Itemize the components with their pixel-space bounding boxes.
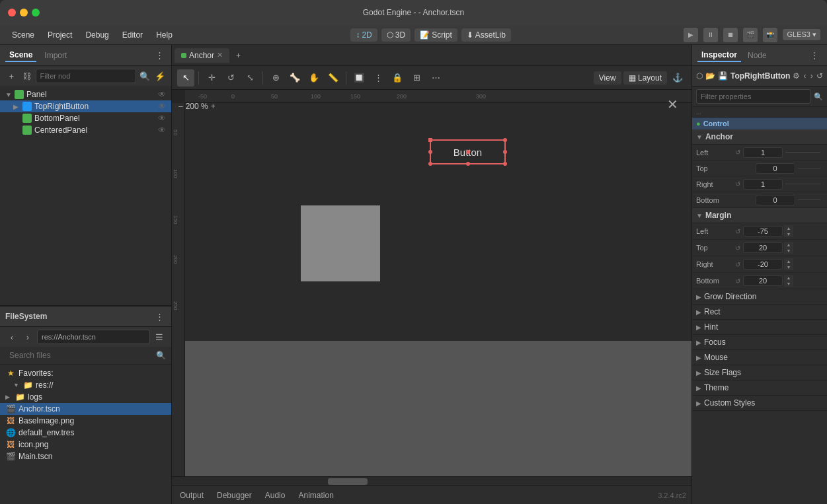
fs-icon-file[interactable]: 🖼 icon.png bbox=[0, 439, 171, 450]
scene-button-element[interactable]: Button bbox=[430, 139, 506, 164]
canvas-hscroll-thumb[interactable] bbox=[328, 478, 368, 485]
snap-button[interactable]: 🔲 bbox=[350, 69, 368, 87]
canvas-close-button[interactable]: ✕ bbox=[667, 96, 678, 112]
canvas-area[interactable]: -50 0 50 100 150 200 300 50 100 150 200 … bbox=[172, 90, 691, 476]
insp-open-button[interactable]: 📂 bbox=[705, 69, 715, 83]
menu-debug[interactable]: Debug bbox=[80, 28, 114, 42]
tab-import[interactable]: Import bbox=[40, 50, 71, 61]
anchor-left-value[interactable]: 1 bbox=[743, 147, 783, 158]
tree-item-topright[interactable]: ▶ TopRightButton 👁 bbox=[0, 100, 171, 112]
fs-defaultenv[interactable]: 🌐 default_env.tres bbox=[0, 427, 171, 439]
view-button[interactable]: View bbox=[594, 71, 621, 85]
move-tool-button[interactable]: ✛ bbox=[203, 69, 220, 87]
gles-badge[interactable]: GLES3 ▾ bbox=[783, 29, 820, 40]
size-flags-section[interactable]: ▶ Size Flags bbox=[692, 365, 827, 380]
select-tool-button[interactable]: ↖ bbox=[177, 69, 194, 87]
margin-top-spin-up[interactable]: ▲ bbox=[784, 242, 793, 248]
close-button[interactable] bbox=[8, 9, 16, 17]
output-tab[interactable]: Output bbox=[177, 489, 206, 501]
hint-section[interactable]: ▶ Hint bbox=[692, 320, 827, 335]
animation-tab[interactable]: Animation bbox=[295, 489, 336, 501]
inspector-filter-input[interactable] bbox=[696, 89, 811, 104]
topright-visibility-icon[interactable]: 👁 bbox=[158, 102, 166, 111]
margin-left-spin-down[interactable]: ▼ bbox=[784, 231, 793, 237]
margin-left-spinner[interactable]: ▲ ▼ bbox=[784, 225, 793, 237]
add-tab-button[interactable]: + bbox=[231, 48, 246, 63]
debugger-tab[interactable]: Debugger bbox=[214, 489, 255, 501]
rotate-tool-button[interactable]: ↺ bbox=[222, 69, 239, 87]
layout-button[interactable]: ▦ Layout bbox=[623, 71, 667, 85]
margin-bottom-spinner[interactable]: ▲ ▼ bbox=[784, 275, 793, 287]
anchor-section-header[interactable]: ▼ Anchor bbox=[692, 129, 827, 145]
grid-button[interactable]: ⋮ bbox=[370, 69, 387, 87]
pivot-button[interactable]: ⊕ bbox=[267, 69, 284, 87]
tab-scene[interactable]: Scene bbox=[5, 49, 36, 62]
margin-right-spinner[interactable]: ▲ ▼ bbox=[784, 258, 793, 270]
insp-save-button[interactable]: 💾 bbox=[718, 69, 728, 83]
bottompanel-visibility-icon[interactable]: 👁 bbox=[158, 114, 166, 123]
margin-top-value[interactable]: 20 bbox=[743, 242, 783, 253]
margin-bottom-value[interactable]: 20 bbox=[743, 275, 783, 286]
extra-button[interactable]: ⋯ bbox=[427, 69, 444, 87]
filesystem-options-button[interactable]: ⋮ bbox=[153, 310, 166, 323]
insp-nav-forward[interactable]: › bbox=[810, 69, 814, 83]
fs-baseimage[interactable]: 🖼 BaseImage.png bbox=[0, 415, 171, 427]
margin-bottom-spin-up[interactable]: ▲ bbox=[784, 275, 793, 281]
custom-styles-section[interactable]: ▶ Custom Styles bbox=[692, 396, 827, 411]
margin-right-spin-down[interactable]: ▼ bbox=[784, 264, 793, 270]
theme-section[interactable]: ▶ Theme bbox=[692, 380, 827, 396]
margin-bottom-reset[interactable]: ↺ bbox=[732, 275, 743, 286]
scale-tool-button[interactable]: ⤡ bbox=[241, 69, 258, 87]
fs-favorites-header[interactable]: ★ Favorites: bbox=[0, 367, 171, 379]
menu-project[interactable]: Project bbox=[42, 28, 77, 42]
margin-top-reset[interactable]: ↺ bbox=[732, 242, 743, 253]
inspector-options-button[interactable]: ⋮ bbox=[807, 48, 822, 63]
margin-right-reset[interactable]: ↺ bbox=[732, 259, 743, 270]
anchor-left-reset[interactable]: ↺ bbox=[732, 147, 743, 158]
pause-button[interactable]: ⏸ bbox=[703, 28, 718, 42]
panel-visibility-icon[interactable]: 👁 bbox=[158, 90, 166, 99]
centeredpanel-visibility-icon[interactable]: 👁 bbox=[158, 126, 166, 135]
play-button[interactable]: ▶ bbox=[684, 28, 698, 42]
group-button[interactable]: ⊞ bbox=[408, 69, 425, 87]
tab-inspector[interactable]: Inspector bbox=[697, 49, 741, 62]
minimize-button[interactable] bbox=[20, 9, 28, 17]
fs-main-scene[interactable]: 🎬 Main.tscn bbox=[0, 450, 171, 462]
search-node-button[interactable]: 🔍 bbox=[139, 69, 151, 83]
margin-right-value[interactable]: -20 bbox=[743, 259, 783, 270]
lock-button[interactable]: 🔒 bbox=[389, 69, 406, 87]
insp-params-button[interactable]: ⚙ bbox=[793, 69, 800, 83]
margin-section-header[interactable]: ▼ Margin bbox=[692, 208, 827, 223]
remote-button[interactable]: 📸 bbox=[763, 28, 777, 42]
mouse-section[interactable]: ▶ Mouse bbox=[692, 350, 827, 365]
anchor-bottom-value[interactable]: 0 bbox=[756, 195, 795, 205]
pan-button[interactable]: ✋ bbox=[305, 69, 323, 87]
btn-assetlib[interactable]: ⬇ AssetLib bbox=[461, 28, 511, 42]
margin-left-value[interactable]: -75 bbox=[743, 226, 783, 236]
margin-top-spin-down[interactable]: ▼ bbox=[784, 248, 793, 254]
movie-button[interactable]: 🎬 bbox=[743, 28, 758, 42]
menu-scene[interactable]: Scene bbox=[7, 28, 40, 42]
insp-history-back[interactable]: ⬡ bbox=[696, 69, 703, 83]
grow-direction-section[interactable]: ▶ Grow Direction bbox=[692, 289, 827, 305]
anchor-right-value[interactable]: 1 bbox=[743, 179, 783, 190]
menu-help[interactable]: Help bbox=[151, 28, 178, 42]
tab-node[interactable]: Node bbox=[744, 50, 771, 61]
tab-close-icon[interactable]: ✕ bbox=[217, 51, 223, 59]
audio-tab[interactable]: Audio bbox=[262, 489, 288, 501]
zoom-out-button[interactable]: – bbox=[178, 102, 183, 111]
stop-button[interactable]: ⏹ bbox=[723, 28, 738, 42]
margin-bottom-spin-down[interactable]: ▼ bbox=[784, 281, 793, 287]
margin-left-spin-up[interactable]: ▲ bbox=[784, 225, 793, 231]
filesystem-search-input[interactable] bbox=[5, 348, 156, 363]
focus-section[interactable]: ▶ Focus bbox=[692, 335, 827, 350]
ruler-button[interactable]: 📏 bbox=[325, 69, 342, 87]
menu-editor[interactable]: Editor bbox=[117, 28, 148, 42]
canvas-hscrollbar[interactable] bbox=[172, 476, 691, 486]
canvas-tab-anchor[interactable]: Anchor ✕ bbox=[175, 48, 229, 63]
btn-script[interactable]: 📝 Script bbox=[414, 28, 457, 42]
add-node-button[interactable]: + bbox=[5, 69, 18, 83]
tree-item-panel[interactable]: ▼ Panel 👁 bbox=[0, 89, 171, 100]
maximize-button[interactable] bbox=[32, 9, 40, 17]
margin-left-reset[interactable]: ↺ bbox=[732, 226, 743, 236]
